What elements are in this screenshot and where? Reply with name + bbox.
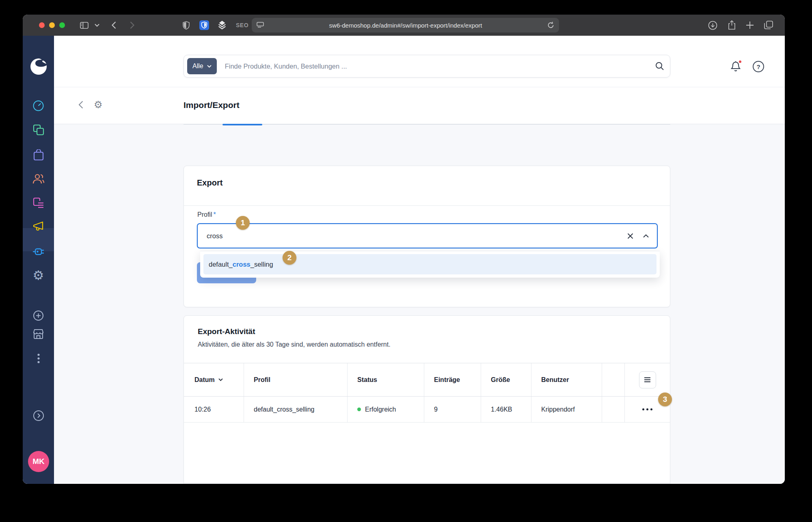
page-back-button[interactable]	[78, 101, 83, 109]
export-card: Export Profil*	[184, 166, 670, 307]
question-mark-icon: ?	[756, 63, 760, 70]
sidebar-more-button[interactable]	[23, 349, 54, 368]
collapse-dropdown-icon[interactable]	[643, 234, 649, 238]
cell-datum: 10:26	[184, 397, 244, 422]
search-scope-label: Alle	[192, 63, 203, 70]
traffic-lights	[39, 22, 65, 28]
page-title: Import/Export	[184, 100, 240, 110]
admin-topbar: Alle	[54, 36, 785, 87]
cell-spacer	[602, 397, 625, 422]
export-card-title: Export	[197, 178, 222, 188]
blocker-extension-icon[interactable]	[217, 20, 227, 30]
notification-badge	[738, 60, 742, 64]
page-header: ⚙ Import/Export	[54, 87, 785, 124]
seo-extension-label[interactable]: SEO	[236, 22, 248, 28]
card-divider	[184, 205, 670, 206]
column-header-eintraege[interactable]: Einträge	[424, 363, 481, 396]
column-header-benutzer[interactable]: Benutzer	[531, 363, 602, 396]
tab-overview-icon[interactable]	[764, 20, 773, 30]
active-tab-indicator[interactable]	[222, 124, 262, 125]
reload-icon[interactable]	[547, 22, 554, 29]
new-tab-icon[interactable]	[745, 20, 755, 30]
option-text-prefix: default_	[209, 261, 233, 268]
help-button[interactable]: ?	[753, 61, 764, 72]
table-settings-icon	[644, 377, 651, 382]
table-row[interactable]: 10:26 default_cross_selling Erfolgreich …	[184, 397, 670, 423]
shield-extension-icon[interactable]	[181, 20, 191, 30]
notifications-button[interactable]	[730, 61, 742, 72]
activity-subtitle: Aktivitäten, die älter als 30 Tage sind,…	[198, 341, 391, 348]
sidebar-add-button[interactable]	[23, 306, 54, 325]
gear-icon: ⚙	[33, 269, 44, 282]
cell-profil: default_cross_selling	[244, 397, 348, 422]
sidebar-item-orders[interactable]	[23, 145, 54, 165]
website-settings-icon[interactable]	[257, 22, 264, 28]
zoom-window-button[interactable]	[59, 22, 65, 28]
column-header-groesse[interactable]: Größe	[481, 363, 531, 396]
close-window-button[interactable]	[39, 22, 45, 28]
chevron-down-icon[interactable]	[92, 20, 102, 30]
sidebar-item-extensions[interactable]	[23, 242, 54, 261]
sidebar-item-marketing[interactable]	[23, 217, 54, 236]
sidebar-item-customers[interactable]	[23, 169, 54, 188]
shopware-logo[interactable]	[23, 57, 54, 76]
user-avatar[interactable]: MK	[28, 451, 49, 472]
sidebar-toggle-icon[interactable]	[79, 20, 89, 30]
url-text[interactable]: sw6-demoshop.de/admin#/sw/import-export/…	[264, 22, 547, 29]
annotation-badge-2: 2	[283, 251, 296, 265]
activity-title: Export-Aktivität	[198, 327, 255, 336]
cell-eintraege: 9	[424, 397, 481, 422]
column-header-datum[interactable]: Datum	[184, 363, 244, 396]
row-context-menu-button[interactable]	[642, 408, 652, 410]
annotation-badge-1: 1	[236, 216, 250, 230]
activity-table: Datum Profil Status Einträge Größe Benut…	[184, 363, 670, 423]
admin-sidebar: ⚙	[23, 36, 54, 484]
status-badge: Erfolgreich	[365, 406, 396, 413]
column-header-spacer	[602, 363, 625, 396]
column-header-status[interactable]: Status	[348, 363, 424, 396]
table-header-row: Datum Profil Status Einträge Größe Benut…	[184, 363, 670, 397]
cell-benutzer: Krippendorf	[531, 397, 602, 422]
browser-titlebar: SEO sw6-demoshop.de/admin#/sw/import-exp…	[23, 15, 785, 36]
option-text-suffix: _selling	[251, 261, 273, 268]
chevron-down-icon	[207, 65, 212, 68]
global-search-input[interactable]	[225, 63, 655, 70]
sidebar-item-content[interactable]	[23, 193, 54, 213]
tab-strip	[184, 124, 670, 125]
profile-option-default-cross-selling[interactable]: default_cross_selling	[203, 254, 657, 274]
url-bar[interactable]: sw6-demoshop.de/admin#/sw/import-export/…	[252, 18, 559, 32]
sidebar-expand-button[interactable]	[23, 406, 54, 425]
required-marker: *	[213, 211, 216, 218]
status-success-dot	[357, 408, 361, 411]
page-content: Export Profil*	[54, 124, 785, 484]
share-icon[interactable]	[727, 20, 736, 30]
forward-button[interactable]	[127, 20, 137, 30]
bitwarden-extension-icon[interactable]	[199, 20, 209, 30]
browser-window: SEO sw6-demoshop.de/admin#/sw/import-exp…	[23, 15, 785, 484]
back-button[interactable]	[109, 20, 119, 30]
downloads-icon[interactable]	[708, 20, 717, 30]
profile-field-label: Profil*	[197, 211, 216, 218]
annotation-badge-3: 3	[658, 393, 672, 406]
column-header-actions	[625, 363, 670, 396]
column-header-profil[interactable]: Profil	[244, 363, 348, 396]
profile-select-field[interactable]: 1	[197, 223, 658, 248]
sidebar-item-settings[interactable]: ⚙	[23, 265, 54, 285]
cell-groesse: 1.46KB	[481, 397, 531, 422]
cell-status: Erfolgreich	[348, 397, 424, 422]
minimize-window-button[interactable]	[49, 22, 55, 28]
search-icon[interactable]	[655, 62, 664, 71]
profile-dropdown: default_cross_selling	[200, 251, 660, 278]
clear-selection-icon[interactable]	[627, 233, 633, 239]
sidebar-item-dashboard[interactable]	[23, 96, 54, 115]
page-settings-icon[interactable]: ⚙	[94, 100, 103, 110]
global-search-bar[interactable]: Alle	[184, 55, 670, 78]
export-activity-card: Export-Aktivität Aktivitäten, die älter …	[184, 315, 670, 484]
sidebar-item-catalogues[interactable]	[23, 120, 54, 140]
table-settings-button[interactable]	[639, 371, 656, 388]
profile-search-input[interactable]	[207, 232, 627, 240]
option-text-match: cross	[233, 261, 251, 268]
search-scope-dropdown[interactable]: Alle	[187, 58, 217, 74]
sort-chevron-icon	[218, 378, 223, 381]
sidebar-storefront-button[interactable]	[23, 324, 54, 344]
